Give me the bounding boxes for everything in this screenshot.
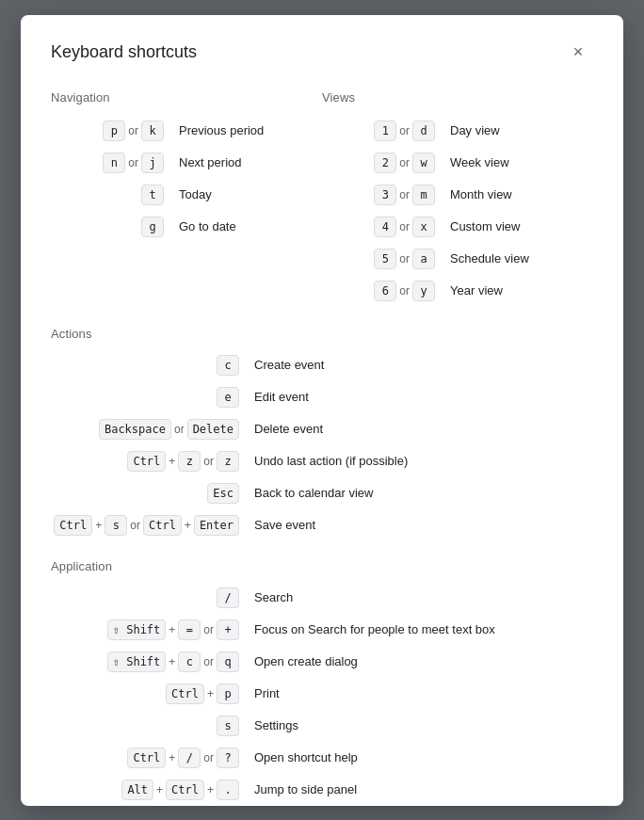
- key-equals: =: [178, 619, 201, 640]
- key-question: ?: [217, 748, 239, 768]
- key-n: n: [103, 153, 125, 173]
- desc-open-create: Open create dialog: [254, 654, 358, 668]
- shortcut-year-view: 6 or y Year view: [322, 276, 593, 306]
- key-5: 5: [374, 249, 396, 269]
- or-text: or: [399, 188, 410, 201]
- desc-jump-panel-dot: Jump to side panel: [254, 782, 357, 796]
- actions-title: Actions: [51, 327, 593, 341]
- plus-text: +: [207, 687, 214, 700]
- shortcut-previous-period: p or k Previous period: [51, 116, 322, 146]
- key-g: g: [141, 217, 164, 237]
- keys-save-event: Ctrl + s or Ctrl + Enter: [51, 515, 239, 536]
- shortcut-create-event: c Create event: [51, 350, 593, 380]
- shortcut-open-help: Ctrl + / or ? Open shortcut help: [51, 743, 593, 773]
- keys-open-create: ⇧ Shift + c or q: [51, 651, 239, 672]
- key-delete: Delete: [187, 419, 239, 440]
- or-text: or: [399, 284, 410, 297]
- desc-delete-event: Delete event: [254, 422, 323, 436]
- keys-edit-event: e: [51, 387, 239, 408]
- key-esc: Esc: [207, 483, 239, 504]
- key-x: x: [412, 217, 435, 237]
- plus-text2: +: [185, 519, 191, 532]
- or-text: or: [203, 623, 214, 636]
- keyboard-shortcuts-dialog: Keyboard shortcuts × Navigation p or k P…: [21, 15, 623, 806]
- desc-settings: Settings: [254, 718, 298, 732]
- desc-next-period: Next period: [179, 155, 241, 169]
- keys-delete-event: Backspace or Delete: [51, 419, 239, 440]
- keys-jump-panel-dot: Alt + Ctrl + .: [51, 780, 239, 800]
- key-s: s: [105, 515, 127, 536]
- views-section: Views 1 or d Day view 2 or w Week view: [322, 90, 593, 308]
- key-slash: /: [217, 587, 239, 608]
- desc-save-event: Save event: [254, 518, 315, 532]
- close-button[interactable]: ×: [563, 38, 593, 68]
- key-backspace: Backspace: [99, 419, 171, 440]
- shortcut-jump-panel-dot: Alt + Ctrl + . Jump to side panel: [51, 775, 593, 805]
- shortcut-delete-event: Backspace or Delete Delete event: [51, 414, 593, 444]
- shortcut-open-create: ⇧ Shift + c or q Open create dialog: [51, 647, 593, 677]
- shortcut-go-to-date: g Go to date: [51, 212, 322, 242]
- or-text: or: [203, 455, 214, 468]
- key-t: t: [141, 185, 164, 205]
- actions-section: Actions c Create event e Edit event Back…: [51, 327, 593, 540]
- shortcut-custom-view: 4 or x Custom view: [322, 212, 593, 242]
- keys-custom-view: 4 or x: [322, 217, 435, 237]
- shortcut-month-view: 3 or m Month view: [322, 180, 593, 210]
- dialog-header: Keyboard shortcuts ×: [51, 38, 593, 68]
- desc-undo: Undo last action (if possible): [254, 454, 408, 468]
- or-text: or: [203, 751, 214, 764]
- shortcut-schedule-view: 5 or a Schedule view: [322, 244, 593, 274]
- plus-text: +: [95, 519, 102, 532]
- key-ctrl-enter: Ctrl: [143, 515, 182, 536]
- keys-previous-period: p or k: [51, 121, 164, 141]
- keys-focus-search-people: ⇧ Shift + = or +: [51, 619, 239, 640]
- or-text: or: [174, 423, 185, 436]
- key-4: 4: [374, 217, 396, 237]
- desc-edit-event: Edit event: [254, 390, 309, 404]
- desc-today: Today: [179, 187, 212, 201]
- desc-search: Search: [254, 590, 293, 604]
- or-text: or: [128, 156, 138, 169]
- shortcut-week-view: 2 or w Week view: [322, 148, 593, 178]
- desc-go-to-date: Go to date: [179, 219, 236, 233]
- plus-text: +: [169, 655, 175, 668]
- shortcut-next-period: n or j Next period: [51, 148, 322, 178]
- key-ctrl2: Ctrl: [127, 748, 166, 768]
- or-text: or: [399, 220, 410, 233]
- desc-create-event: Create event: [254, 358, 324, 372]
- shortcut-save-event: Ctrl + s or Ctrl + Enter Save event: [51, 510, 593, 540]
- plus-text: +: [169, 455, 175, 468]
- shortcut-back-calendar: Esc Back to calendar view: [51, 478, 593, 508]
- keys-week-view: 2 or w: [322, 153, 435, 173]
- plus-text: +: [169, 623, 175, 636]
- keys-print: Ctrl + p: [51, 683, 239, 704]
- key-m: m: [412, 185, 435, 205]
- key-z2: z: [217, 451, 239, 472]
- key-c: c: [217, 355, 239, 376]
- key-y: y: [412, 281, 435, 301]
- keys-settings: s: [51, 715, 239, 736]
- shortcut-edit-event: e Edit event: [51, 382, 593, 412]
- shortcut-day-view: 1 or d Day view: [322, 116, 593, 146]
- shortcut-search: / Search: [51, 583, 593, 613]
- desc-back-calendar: Back to calendar view: [254, 486, 373, 500]
- keys-go-to-date: g: [51, 217, 164, 237]
- key-1: 1: [374, 121, 396, 141]
- key-slash2: /: [178, 748, 201, 768]
- key-j: j: [141, 153, 164, 173]
- key-ctrl3: Ctrl: [166, 780, 204, 800]
- dialog-title: Keyboard shortcuts: [51, 42, 197, 62]
- key-plus: +: [217, 619, 239, 640]
- shortcut-today: t Today: [51, 180, 322, 210]
- application-title: Application: [51, 559, 593, 573]
- key-p: p: [217, 683, 239, 704]
- key-alt: Alt: [121, 780, 153, 800]
- plus-text: +: [156, 783, 163, 796]
- key-shift: ⇧ Shift: [107, 619, 167, 640]
- desc-focus-search-people: Focus on Search for people to meet text …: [254, 622, 495, 636]
- keys-create-event: c: [51, 355, 239, 376]
- or-text: or: [203, 655, 214, 668]
- key-ctrl-s: Ctrl: [54, 515, 92, 536]
- desc-previous-period: Previous period: [179, 123, 264, 137]
- key-k: k: [141, 121, 164, 141]
